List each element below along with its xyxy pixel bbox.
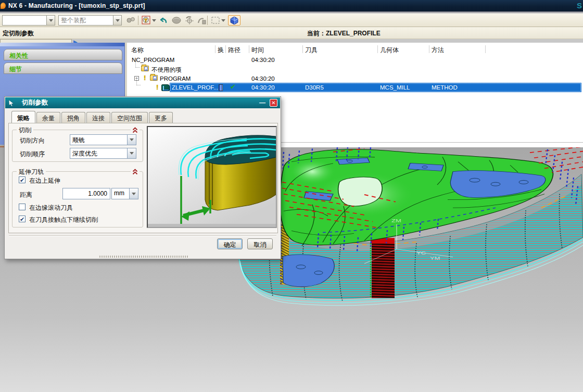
resize-gripper[interactable] <box>99 256 189 258</box>
search-combobox-arrow[interactable] <box>46 16 55 25</box>
continue-below-contact-checkbox[interactable]: ✔ <box>19 216 26 222</box>
column-toggle[interactable]: 换 <box>218 46 224 54</box>
column-geometry[interactable]: 几何体 <box>380 46 399 54</box>
tab-stock[interactable]: 余量 <box>36 112 60 123</box>
warning-icon: ! <box>144 74 146 82</box>
tree-row-program[interactable]: PROGRAM <box>160 75 191 83</box>
cut-order-combobox[interactable]: 深度优先 <box>70 148 136 159</box>
nc-program-time: 04:30:20 <box>251 57 275 65</box>
extend-at-edges-checkbox[interactable]: ✔ <box>19 176 26 183</box>
verify-toolpath-icon[interactable] <box>196 15 207 26</box>
main-toolbar: 整个装配 <box>0 14 583 27</box>
warning-icon-2: ! <box>156 83 158 91</box>
zlevel-operation-icon[interactable] <box>161 84 170 91</box>
cut-direction-label: 切削方向 <box>20 136 45 145</box>
toolpath-regenerate-icon[interactable] <box>219 84 223 91</box>
collapse-chevron-icon-2[interactable] <box>131 169 140 176</box>
group-extend-path: 延伸刀轨 ✔ 在边上延伸 距离 1.0000 mm 在边缘滚动刀具 ✔ 在刀具接… <box>12 171 143 227</box>
column-time[interactable]: 时间 <box>251 46 264 54</box>
close-icon[interactable]: ✕ <box>270 99 277 107</box>
scope-combobox-value: 整个装配 <box>59 16 113 25</box>
selection-filter-icon[interactable] <box>141 15 152 26</box>
distance-unit-combobox[interactable]: mm <box>111 188 138 199</box>
tab-more[interactable]: 更多 <box>149 112 173 123</box>
cancel-button[interactable]: 取消 <box>247 238 273 249</box>
accordion-dependencies-label: 相关性 <box>9 52 28 59</box>
cut-direction-combobox[interactable]: 顺铣 <box>70 134 136 145</box>
dialog-caption-bar: 定切削参数 当前：ZLEVEL_PROFILE <box>0 27 583 39</box>
rectangle-select-icon[interactable] <box>210 15 221 26</box>
distance-label: 距离 <box>20 191 32 199</box>
column-path[interactable]: 路径 <box>228 46 240 54</box>
column-tool[interactable]: 刀具 <box>305 46 318 54</box>
dialog-title-bar[interactable]: 切削参数 — ✕ <box>5 97 280 108</box>
tab-corners[interactable]: 拐角 <box>61 112 85 123</box>
nx-logo-icon <box>1 3 6 9</box>
shaded-view-icon[interactable] <box>228 15 240 26</box>
wcs-label-zm: ZM <box>391 218 401 223</box>
column-method[interactable]: 方法 <box>432 46 444 54</box>
rectangle-select-dropdown-icon[interactable] <box>221 15 226 26</box>
tab-strategy[interactable]: 策略 <box>11 111 35 123</box>
distance-unit-arrow[interactable] <box>129 188 138 199</box>
group-cutting-title: 切削 <box>17 126 33 135</box>
cut-order-label: 切削顺序 <box>20 150 45 159</box>
distance-input[interactable]: 1.0000 <box>62 188 110 199</box>
title-bar: NX 6 - Manufacturing - [tumoxin_stp_stp.… <box>0 0 583 12</box>
group-cutting: 切削 切削方向 顺铣 切削顺序 深度优先 <box>12 130 143 162</box>
cursor-icon <box>8 99 15 106</box>
tree-row-unused[interactable]: 不使用的项 <box>151 66 182 74</box>
roll-tool-label: 在边缘滚动刀具 <box>29 204 73 212</box>
wcs-label-ym: YM <box>430 256 440 260</box>
minimize-icon[interactable]: — <box>259 99 265 106</box>
path-complete-check-icon: ✔ <box>230 83 236 91</box>
selection-filter-dropdown-icon[interactable] <box>151 15 157 26</box>
tab-connections[interactable]: 连接 <box>86 112 110 123</box>
roll-tool-checkbox[interactable] <box>19 204 26 210</box>
zlevel-geometry: MCS_MILL <box>380 84 410 92</box>
cut-direction-arrow[interactable] <box>127 135 136 145</box>
scope-combobox[interactable]: 整个装配 <box>58 15 122 26</box>
program-time: 04:30:20 <box>251 75 275 83</box>
extend-at-edges-label: 在边上延伸 <box>29 176 60 185</box>
cut-order-arrow[interactable] <box>127 148 136 158</box>
tab-containment[interactable]: 空间范围 <box>111 112 148 123</box>
scope-combobox-arrow[interactable] <box>113 16 121 25</box>
generate-toolpath-icon[interactable] <box>183 15 195 26</box>
caption-current-operation: 当前：ZLEVEL_PROFILE <box>307 29 381 38</box>
window-title: NX 6 - Manufacturing - [tumoxin_stp_stp.… <box>8 2 145 9</box>
continue-below-contact-label: 在刀具接触点下继续切削 <box>29 216 98 224</box>
undo-icon[interactable] <box>158 15 169 26</box>
zlevel-method: METHOD <box>432 84 458 92</box>
cutting-parameters-dialog[interactable]: 切削参数 — ✕ 策略 余量 拐角 连接 空间范围 更多 切削 切削方向 顺铣 <box>4 96 281 259</box>
cut-order-value: 深度优先 <box>70 148 127 158</box>
zlevel-tool: D30R5 <box>305 84 324 92</box>
unused-items-folder-icon[interactable]: a <box>141 66 149 71</box>
button-separator <box>9 235 276 236</box>
dialog-tabs: 策略 余量 拐角 连接 空间范围 更多 <box>11 112 174 123</box>
panel-top-gradient <box>0 43 124 46</box>
tree-row-zlevel[interactable]: ZLEVEL_PROF... <box>172 84 218 92</box>
caption-left: 定切削参数 <box>3 29 34 38</box>
collapse-chevron-icon[interactable] <box>131 127 140 135</box>
find-component-icon[interactable] <box>125 15 136 26</box>
wcs-label-yc: YC <box>416 250 426 255</box>
zlevel-time: 04:30:20 <box>251 84 275 92</box>
accordion-dependencies[interactable]: 相关性 <box>4 49 122 60</box>
group-extend-title: 延伸刀轨 <box>17 168 46 176</box>
cut-direction-value: 顺铣 <box>70 135 127 145</box>
search-combobox[interactable] <box>2 15 55 26</box>
program-folder-icon[interactable]: a <box>150 75 158 81</box>
application-window: NX 6 - Manufacturing - [tumoxin_stp_stp.… <box>0 0 583 392</box>
accordion-details-label: 细节 <box>9 66 22 73</box>
siemens-brand: S <box>577 1 582 10</box>
strategy-preview-image <box>147 126 277 228</box>
column-name[interactable]: 名称 <box>131 46 144 54</box>
accordion-details[interactable]: 细节 <box>4 62 122 74</box>
dialog-title: 切削参数 <box>22 98 48 107</box>
distance-unit-value: mm <box>112 188 129 199</box>
ok-button[interactable]: 确定 <box>217 238 243 249</box>
show-result-icon[interactable] <box>171 15 182 26</box>
